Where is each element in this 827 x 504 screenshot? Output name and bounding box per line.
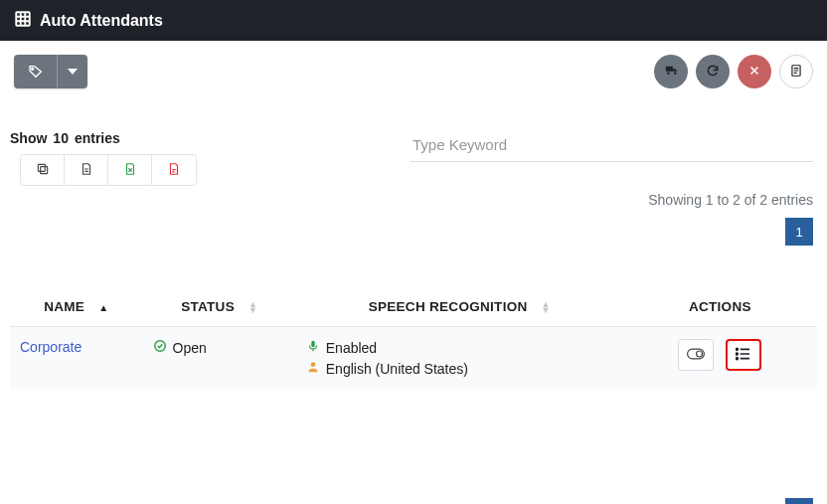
col-actions: ACTIONS [623, 289, 817, 327]
refresh-icon [706, 64, 720, 81]
search-input[interactable] [411, 130, 813, 162]
sort-asc-icon: ▲ [98, 302, 108, 313]
svg-point-14 [737, 357, 739, 359]
svg-rect-6 [38, 164, 45, 171]
bulk-action-button[interactable] [654, 55, 688, 88]
svg-point-2 [667, 72, 670, 75]
page-number-bottom[interactable]: 1 [785, 498, 813, 504]
spreadsheet-icon [123, 162, 137, 179]
status-text: Open [173, 340, 207, 356]
entries-info: Showing 1 to 2 of 2 entries [0, 186, 827, 208]
export-xls-button[interactable] [108, 155, 152, 185]
notes-button[interactable] [779, 55, 813, 88]
svg-rect-8 [311, 341, 315, 347]
sr-enabled-text: Enabled [326, 340, 377, 356]
export-copy-button[interactable] [21, 155, 65, 185]
sort-both-icon: ▲▼ [248, 301, 257, 313]
sr-language-text: English (United States) [326, 361, 468, 377]
check-circle-icon [153, 339, 167, 356]
person-icon [306, 360, 320, 377]
microphone-icon [306, 339, 320, 356]
truck-icon [664, 63, 679, 81]
col-speech-recognition[interactable]: SPEECH RECOGNITION ▲▼ [296, 289, 623, 327]
list-view-button[interactable] [726, 339, 761, 371]
notes-icon [789, 64, 803, 81]
page-header: Auto Attendants [0, 0, 827, 41]
search-field[interactable] [411, 130, 813, 162]
copy-icon [36, 162, 50, 179]
svg-rect-5 [40, 166, 47, 173]
toggle-icon [687, 348, 705, 363]
svg-rect-0 [16, 12, 30, 26]
export-pdf-button[interactable] [152, 155, 196, 185]
sort-both-icon: ▲▼ [542, 301, 551, 313]
export-doc-button[interactable] [65, 155, 108, 185]
toggle-button[interactable] [678, 339, 714, 371]
svg-point-13 [737, 353, 739, 355]
svg-point-12 [737, 348, 739, 350]
page-number-top[interactable]: 1 [785, 218, 813, 246]
tag-dropdown-caret[interactable] [58, 55, 87, 88]
refresh-button[interactable] [696, 55, 730, 88]
entries-length: Show 10 entries [10, 130, 197, 146]
toolbar [0, 41, 827, 88]
col-status[interactable]: STATUS ▲▼ [143, 289, 296, 327]
tag-button[interactable] [14, 55, 58, 88]
tag-split-button[interactable] [14, 55, 87, 88]
col-name[interactable]: NAME ▲ [10, 289, 143, 327]
delete-button[interactable] [738, 55, 771, 88]
close-x-icon [748, 65, 760, 80]
attendants-table: NAME ▲ STATUS ▲▼ SPEECH RECOGNITION ▲▼ A… [10, 289, 817, 389]
grid-icon [14, 10, 32, 31]
svg-point-3 [674, 72, 677, 75]
page-title: Auto Attendants [40, 12, 163, 30]
document-icon [80, 162, 93, 179]
svg-point-1 [31, 68, 33, 70]
attendant-name-link[interactable]: Corporate [20, 339, 82, 355]
svg-point-11 [697, 351, 703, 357]
list-icon [736, 347, 751, 364]
entries-count[interactable]: 10 [53, 130, 69, 146]
pdf-icon [167, 162, 181, 179]
table-row: Corporate Open [10, 327, 817, 390]
svg-point-9 [310, 362, 315, 367]
